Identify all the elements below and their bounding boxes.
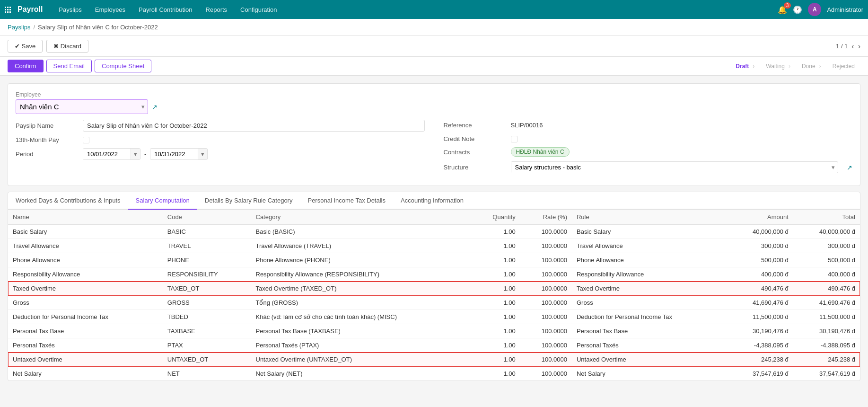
admin-label: Administrator [827,6,863,13]
nav-configuration[interactable]: Configuration [234,0,283,19]
reference-value: SLIP/00016 [511,120,543,131]
action-bar: ✔ Save ✖ Discard 1 / 1 ‹ › [0,36,868,57]
employee-label: Employee [16,91,852,98]
app-name: Payroll [18,5,43,14]
confirm-button[interactable]: Confirm [8,60,44,72]
workflow-steps: Draft › Waiting › Done › Rejected [730,61,860,71]
breadcrumb-current: Salary Slip of Nhân viên C for October-2… [38,24,158,31]
col-total: Total [793,210,860,225]
table-body: Basic SalaryBASICBasic (BASIC)1.00100.00… [8,225,860,381]
date-from-calendar-icon[interactable]: ▾ [131,149,140,159]
month13-label: 13th-Month Pay [16,136,77,143]
col-name: Name [8,210,163,225]
main-content: Employee ▾ ↗ Payslip Name 13th-Month Pay [0,76,868,389]
date-range: ▾ - ▾ [83,148,208,160]
table-row[interactable]: Personal Tax BaseTAXBASEPersonal Tax Bas… [8,324,860,338]
clock-icon[interactable]: 🕐 [793,5,802,14]
month13-checkbox[interactable] [83,137,89,143]
nav-menu: Payslips Employees Payroll Contribution … [52,0,778,19]
structure-row: Structure ▾ ↗ [444,161,853,173]
period-row: Period ▾ - ▾ [16,148,425,160]
pagination-prev[interactable]: ‹ [851,42,854,51]
nav-employees[interactable]: Employees [88,0,132,19]
grid-icon [5,7,11,13]
structure-ext-link[interactable]: ↗ [847,164,852,171]
pagination: 1 / 1 ‹ › [836,42,860,51]
send-email-button[interactable]: Send Email [46,60,92,72]
table-row[interactable]: Phone AllowancePHONEPhone Allowance (PHO… [8,253,860,267]
top-navigation: Payroll Payslips Employees Payroll Contr… [0,0,868,19]
date-to-wrapper[interactable]: ▾ [150,148,208,160]
tab-salary-computation[interactable]: Salary Computation [128,192,197,210]
table-row[interactable]: Basic SalaryBASICBasic (BASIC)1.00100.00… [8,225,860,239]
structure-dropdown-arrow[interactable]: ▾ [829,164,838,171]
date-to-calendar-icon[interactable]: ▾ [198,149,207,159]
employee-dropdown-arrow[interactable]: ▾ [139,103,148,110]
avatar[interactable]: A [808,3,821,16]
col-quantity: Quantity [473,210,520,225]
employee-input-wrapper[interactable]: ▾ [16,99,148,114]
reference-label: Reference [444,122,505,129]
status-rejected: Rejected [827,61,860,71]
notification-icon[interactable]: 🔔 3 [778,5,787,14]
table-row[interactable]: Personal TaxésPTAXPersonal Taxés (PTAX)1… [8,338,860,353]
table-row[interactable]: Responsibility AllowanceRESPONSIBILITYRe… [8,267,860,282]
save-discard-btns: ✔ Save ✖ Discard [8,40,88,53]
form-card: Employee ▾ ↗ Payslip Name 13th-Month Pay [8,83,860,186]
col-amount: Amount [727,210,793,225]
pagination-next[interactable]: › [858,42,860,51]
form-right-col: Reference SLIP/00016 Credit Note Contrac… [444,120,853,178]
date-from-wrapper[interactable]: ▾ [83,148,140,160]
nav-reports[interactable]: Reports [199,0,234,19]
table-row[interactable]: Travel AllowanceTRAVELTravel Allowance (… [8,239,860,253]
credit-note-label: Credit Note [444,135,505,142]
form-fields-grid: Payslip Name 13th-Month Pay Period ▾ - [16,120,852,178]
status-waiting: Waiting › [760,61,796,71]
credit-note-row: Credit Note [444,135,853,142]
structure-input[interactable] [511,162,829,173]
tab-details[interactable]: Details By Salary Rule Category [197,192,300,210]
status-done: Done › [796,61,827,71]
save-button[interactable]: ✔ Save [8,40,43,53]
notification-badge: 3 [784,2,791,9]
employee-field: ▾ ↗ [16,99,852,114]
payslip-name-row: Payslip Name [16,120,425,132]
employee-input[interactable] [16,100,139,114]
contract-tag[interactable]: HĐLĐ Nhân viên C [511,147,570,157]
compute-sheet-button[interactable]: Compute Sheet [95,60,151,72]
table-row[interactable]: Untaxed OvertimeUNTAXED_OTUntaxed Overti… [8,353,860,367]
credit-note-checkbox[interactable] [511,136,517,142]
salary-computation-section: Worked Days & Contributions & Inputs Sal… [8,192,860,381]
table-row[interactable]: Net SalaryNETNet Salary (NET)1.00100.000… [8,367,860,381]
action-buttons: Confirm Send Email Compute Sheet [8,60,151,72]
date-from-input[interactable] [83,149,131,159]
tabs-bar: Worked Days & Contributions & Inputs Sal… [8,192,860,210]
salary-computation-table: Name Code Category Quantity Rate (%) Rul… [8,210,860,380]
col-category: Category [251,210,473,225]
app-logo[interactable]: Payroll [5,5,43,14]
tab-accounting[interactable]: Accounting Information [393,192,471,210]
nav-payslips[interactable]: Payslips [52,0,88,19]
payslip-name-label: Payslip Name [16,122,77,129]
discard-button[interactable]: ✖ Discard [46,40,88,53]
tab-worked-days[interactable]: Worked Days & Contributions & Inputs [8,192,128,210]
col-rule: Rule [572,210,727,225]
table-row[interactable]: GrossGROSSTổng (GROSS)1.00100.0000Gross4… [8,296,860,310]
tab-tax-details[interactable]: Personal Income Tax Details [300,192,393,210]
nav-right: 🔔 3 🕐 A Administrator [778,3,863,16]
status-draft: Draft › [730,61,760,71]
date-to-input[interactable] [150,149,198,159]
table-row[interactable]: Deduction for Personal Income TaxTBDEDKh… [8,310,860,324]
contracts-row: Contracts HĐLĐ Nhân viên C [444,147,853,157]
employee-ext-link[interactable]: ↗ [152,103,158,111]
period-label: Period [16,150,77,158]
contracts-label: Contracts [444,149,505,156]
payslip-name-input[interactable] [83,120,425,132]
breadcrumb-parent[interactable]: Payslips [8,24,30,31]
nav-payroll-contribution[interactable]: Payroll Contribution [132,0,199,19]
toolbar-status-row: Confirm Send Email Compute Sheet Draft ›… [0,57,868,76]
month13-row: 13th-Month Pay [16,136,425,143]
table-row[interactable]: Taxed OvertimeTAXED_OTTaxed Overtime (TA… [8,282,860,296]
col-rate: Rate (%) [520,210,572,225]
structure-input-wrapper[interactable]: ▾ [511,161,839,173]
